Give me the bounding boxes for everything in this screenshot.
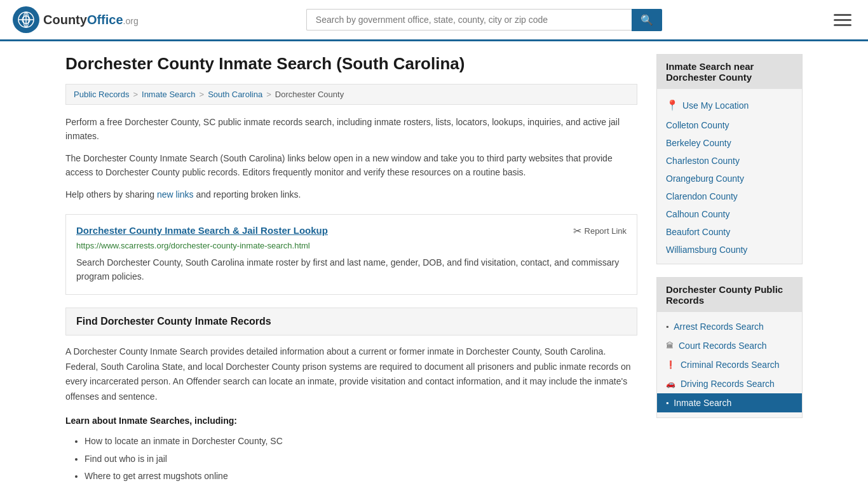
pin-icon: 📍 (666, 99, 679, 111)
nearby-county-item[interactable]: Beaufort County (657, 223, 802, 241)
record-label: Criminal Records Search (681, 360, 780, 370)
menu-bar-2 (834, 19, 851, 21)
report-link-button[interactable]: ✂ Report Link (573, 225, 627, 237)
nearby-county-item[interactable]: Clarendon County (657, 187, 802, 205)
learn-list-item: How to locate an inmate in Dorchester Co… (85, 434, 637, 449)
breadcrumb-separator: > (200, 90, 205, 99)
use-my-location[interactable]: 📍 Use My Location (657, 94, 802, 116)
public-records-title: Dorchester County Public Records (657, 278, 802, 312)
public-record-item[interactable]: 🏛Court Records Search (657, 336, 802, 355)
public-record-item[interactable]: ▪Inmate Search (657, 393, 802, 412)
search-input[interactable] (306, 9, 632, 30)
nearby-county-item[interactable]: Calhoun County (657, 205, 802, 223)
resource-description: Search Dorchester County, South Carolina… (76, 255, 627, 284)
nearby-county-item[interactable]: Williamsburg County (657, 241, 802, 259)
record-label: Arrest Records Search (674, 322, 764, 332)
nearby-counties: Colleton CountyBerkeley CountyCharleston… (657, 116, 802, 259)
record-label: Driving Records Search (681, 379, 775, 389)
record-icon: ❗ (666, 360, 675, 369)
learn-list-item: Find out who is in jail (85, 452, 637, 467)
find-body-text: A Dorchester County Inmate Search provid… (65, 344, 637, 405)
menu-bar-3 (834, 24, 851, 26)
report-icon: ✂ (573, 225, 581, 237)
main-wrapper: Dorchester County Inmate Search (South C… (53, 41, 815, 488)
breadcrumb-current: Dorchester County (275, 90, 344, 99)
search-icon: 🔍 (641, 15, 653, 25)
public-record-item[interactable]: ▪Arrest Records Search (657, 317, 802, 336)
nearby-county-item[interactable]: Charleston County (657, 152, 802, 170)
record-icon: ▪ (666, 398, 668, 407)
nearby-counties-list: 📍 Use My Location Colleton CountyBerkele… (657, 89, 802, 264)
sidebar: Inmate Search near Dorchester County 📍 U… (656, 54, 803, 488)
resource-card: Dorchester County Inmate Search & Jail R… (65, 214, 637, 295)
record-icon: ▪ (666, 322, 668, 331)
nearby-county-item[interactable]: Orangeburg County (657, 170, 802, 187)
learn-list-item: Where to get arrest mugshots online (85, 469, 637, 484)
inmate-search-near-section: Inmate Search near Dorchester County 📍 U… (656, 54, 803, 264)
logo-text: CountyOffice.org (43, 13, 139, 27)
nearby-county-item[interactable]: Berkeley County (657, 134, 802, 152)
resource-url[interactable]: https://www.scarrests.org/dorchester-cou… (76, 241, 627, 250)
breadcrumb-link[interactable]: South Carolina (208, 90, 262, 99)
record-icon: 🚗 (666, 379, 675, 388)
report-label: Report Link (585, 226, 627, 236)
nearby-county-item[interactable]: Colleton County (657, 116, 802, 134)
description-3: Help others by sharing new links and rep… (65, 187, 637, 201)
page-title: Dorchester County Inmate Search (South C… (65, 54, 637, 74)
public-record-item[interactable]: ❗Criminal Records Search (657, 355, 802, 374)
content-area: Dorchester County Inmate Search (South C… (65, 54, 637, 488)
description-1: Perform a free Dorchester County, SC pub… (65, 115, 637, 144)
find-section-body: A Dorchester County Inmate Search provid… (65, 344, 637, 488)
public-records-section: Dorchester County Public Records ▪Arrest… (656, 277, 803, 418)
resource-card-header: Dorchester County Inmate Search & Jail R… (76, 225, 627, 237)
breadcrumb-link[interactable]: Public Records (74, 90, 129, 99)
record-label: Inmate Search (674, 398, 731, 408)
record-icon: 🏛 (666, 341, 674, 350)
breadcrumb-separator: > (266, 90, 271, 99)
menu-bar-1 (834, 14, 851, 16)
resource-title[interactable]: Dorchester County Inmate Search & Jail R… (76, 225, 328, 236)
breadcrumb-separator: > (133, 90, 138, 99)
search-area: 🔍 (306, 9, 662, 31)
breadcrumb-link[interactable]: Inmate Search (142, 90, 196, 99)
find-section-title: Find Dorchester County Inmate Records (76, 316, 627, 327)
use-location-label: Use My Location (682, 100, 749, 111)
inmate-search-near-title: Inmate Search near Dorchester County (657, 55, 802, 89)
learn-title: Learn about Inmate Searches, including: (65, 414, 637, 429)
public-record-item[interactable]: 🚗Driving Records Search (657, 374, 802, 393)
site-header: CountyOffice.org 🔍 (0, 0, 868, 41)
search-button[interactable]: 🔍 (632, 9, 662, 31)
menu-button[interactable] (830, 10, 855, 30)
logo-icon (13, 6, 39, 33)
description-2: The Dorchester County Inmate Search (Sou… (65, 151, 637, 180)
public-records-list: ▪Arrest Records Search🏛Court Records Sea… (657, 312, 802, 417)
breadcrumb: Public Records>Inmate Search>South Carol… (65, 84, 637, 105)
learn-list: How to locate an inmate in Dorchester Co… (65, 434, 637, 488)
record-label: Court Records Search (679, 341, 767, 351)
logo-area[interactable]: CountyOffice.org (13, 6, 139, 33)
find-section: Find Dorchester County Inmate Records (65, 308, 637, 336)
new-links-link[interactable]: new links (157, 189, 194, 200)
